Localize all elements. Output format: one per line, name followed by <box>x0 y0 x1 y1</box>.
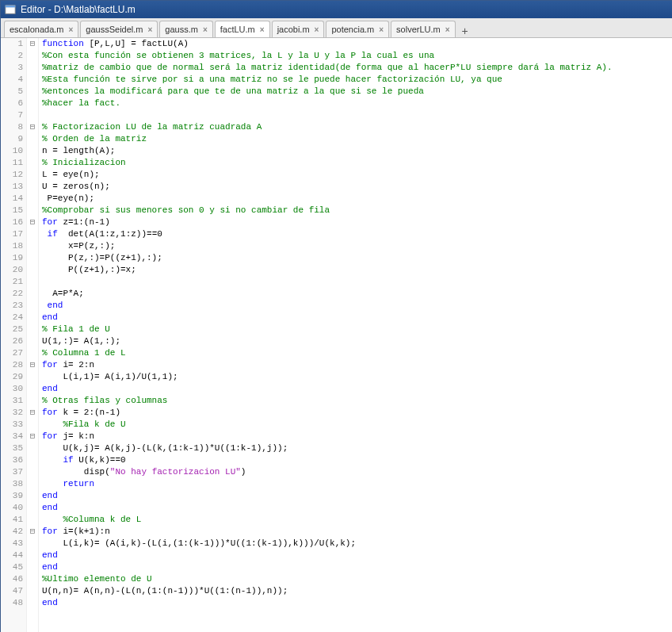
tab-label: solverLU.m <box>396 25 441 34</box>
code-line[interactable]: P(z,:)=P((z+1),:); <box>42 252 672 264</box>
code-line[interactable]: if U(k,k)==0 <box>42 454 672 466</box>
code-line[interactable]: %hacer la fact. <box>42 98 672 109</box>
fold-toggle <box>27 181 38 193</box>
code-line[interactable]: A=P*A; <box>42 288 672 300</box>
tab-potencia-m[interactable]: potencia.m× <box>326 21 389 37</box>
code-line[interactable]: U(k,j)= A(k,j)-(L(k,(1:k-1))*U((1:k-1),j… <box>42 442 672 454</box>
code-line[interactable]: n = length(A); <box>42 145 672 157</box>
code-line[interactable]: end <box>42 490 672 502</box>
code-line[interactable]: %entonces la modificará para que te de u… <box>42 86 672 98</box>
close-tab-icon[interactable]: × <box>315 25 319 34</box>
code-line[interactable]: for i= 2:n <box>42 359 672 371</box>
token-str: "No hay factorizacion LU" <box>110 467 241 477</box>
code-line[interactable]: U(1,:)= A(1,:); <box>42 335 672 347</box>
code-editor[interactable]: 1234567891011121314151617181920212223242… <box>1 38 672 632</box>
tab-gaussSeidel-m[interactable]: gaussSeidel.m× <box>80 21 158 37</box>
tab-bar: escalonada.m×gaussSeidel.m×gauss.m×factL… <box>1 18 672 38</box>
token-kw: if <box>42 455 74 465</box>
line-number: 20 <box>1 264 23 276</box>
line-number: 34 <box>1 431 23 442</box>
code-line[interactable]: U(n,n)= A(n,n)-(L(n,(1:(n-1)))*U((1:(n-1… <box>42 585 672 597</box>
titlebar: Editor - D:\Matlab\factLU.m <box>1 1 672 18</box>
code-line[interactable]: for k = 2:(n-1) <box>42 407 672 419</box>
code-line[interactable]: %Comprobar si sus menores son 0 y si no … <box>42 205 672 216</box>
code-line[interactable]: % Otras filas y columnas <box>42 395 672 407</box>
fold-toggle <box>27 240 38 252</box>
close-tab-icon[interactable]: × <box>260 25 265 34</box>
line-number: 5 <box>1 86 23 98</box>
fold-toggle[interactable]: ⊟ <box>27 216 38 228</box>
code-line[interactable]: end <box>42 597 672 609</box>
code-line[interactable]: end <box>42 561 672 573</box>
fold-toggle <box>27 193 38 205</box>
code-area[interactable]: function [P,L,U] = factLU(A)%Con esta fu… <box>39 38 672 632</box>
line-number: 10 <box>1 145 23 157</box>
code-line[interactable]: x=P(z,:); <box>42 240 672 252</box>
line-number: 11 <box>1 157 23 169</box>
tab-solverLU-m[interactable]: solverLU.m× <box>391 21 455 37</box>
fold-toggle[interactable]: ⊟ <box>27 431 38 442</box>
close-tab-icon[interactable]: × <box>203 25 208 34</box>
fold-gutter[interactable]: ⊟⊟⊟⊟⊟⊟⊟ <box>27 38 39 632</box>
code-line[interactable]: % Columna 1 de L <box>42 347 672 359</box>
tab-escalonada-m[interactable]: escalonada.m× <box>4 21 78 37</box>
code-line[interactable]: disp("No hay factorizacion LU") <box>42 466 672 478</box>
code-line[interactable]: function [P,L,U] = factLU(A) <box>42 38 672 50</box>
code-line[interactable]: L(i,1)= A(i,1)/U(1,1); <box>42 371 672 383</box>
line-number: 46 <box>1 573 23 585</box>
code-line[interactable]: % Orden de la matriz <box>42 133 672 145</box>
code-line[interactable]: for i=(k+1):n <box>42 526 672 538</box>
token-kw: return <box>42 479 94 488</box>
code-line[interactable]: end <box>42 300 672 312</box>
line-number: 25 <box>1 324 23 335</box>
code-line[interactable] <box>42 276 672 288</box>
code-line[interactable]: % Fila 1 de U <box>42 324 672 335</box>
token-cm: % Orden de la matriz <box>42 134 147 144</box>
close-tab-icon[interactable]: × <box>69 25 74 34</box>
code-line[interactable]: end <box>42 550 672 561</box>
tab-factLU-m[interactable]: factLU.m× <box>215 21 270 37</box>
code-line[interactable]: %Fila k de U <box>42 419 672 431</box>
code-line[interactable]: P((z+1),:)=x; <box>42 264 672 276</box>
close-tab-icon[interactable]: × <box>379 25 384 34</box>
code-line[interactable]: return <box>42 478 672 490</box>
fold-toggle <box>27 442 38 454</box>
code-line[interactable]: L = eye(n); <box>42 169 672 181</box>
tab-gauss-m[interactable]: gauss.m× <box>159 21 212 37</box>
tab-jacobi-m[interactable]: jacobi.m× <box>272 21 325 37</box>
code-line[interactable]: P=eye(n); <box>42 193 672 205</box>
fold-toggle[interactable]: ⊟ <box>27 526 38 538</box>
code-line[interactable]: for j= k:n <box>42 431 672 442</box>
fold-toggle <box>27 371 38 383</box>
code-line[interactable]: %Ultimo elemento de U <box>42 573 672 585</box>
code-line[interactable]: %Columna k de L <box>42 514 672 526</box>
fold-toggle[interactable]: ⊟ <box>27 121 38 133</box>
code-line[interactable]: for z=1:(n-1) <box>42 216 672 228</box>
code-line[interactable]: end <box>42 502 672 514</box>
code-line[interactable]: U = zeros(n); <box>42 181 672 193</box>
fold-toggle[interactable]: ⊟ <box>27 38 38 50</box>
token-cm: %Con esta función se obtienen 3 matrices… <box>42 51 434 60</box>
code-line[interactable]: if det(A(1:z,1:z))==0 <box>42 228 672 240</box>
fold-toggle[interactable]: ⊟ <box>27 359 38 371</box>
code-line[interactable]: % Inicializacion <box>42 157 672 169</box>
close-tab-icon[interactable]: × <box>148 25 153 34</box>
code-line[interactable]: end <box>42 312 672 324</box>
code-line[interactable]: %Esta función te sirve por si a una matr… <box>42 74 672 86</box>
token-kw: for <box>42 431 58 441</box>
code-line[interactable]: end <box>42 383 672 395</box>
line-number: 14 <box>1 193 23 205</box>
code-line[interactable]: L(i,k)= (A(i,k)-(L(i,(1:(k-1)))*U((1:(k-… <box>42 538 672 550</box>
close-tab-icon[interactable]: × <box>445 25 450 34</box>
token-cm: %Comprobar si sus menores son 0 y si no … <box>42 205 330 215</box>
line-number-gutter: 1234567891011121314151617181920212223242… <box>1 38 27 632</box>
token-kw: if <box>42 229 58 239</box>
code-line[interactable] <box>42 109 672 121</box>
line-number: 16 <box>1 216 23 228</box>
line-number: 12 <box>1 169 23 181</box>
code-line[interactable]: %matriz de cambio que de normal será la … <box>42 62 672 74</box>
code-line[interactable]: % Factorizacion LU de la matriz cuadrada… <box>42 121 672 133</box>
new-tab-button[interactable]: + <box>457 25 473 37</box>
fold-toggle[interactable]: ⊟ <box>27 407 38 419</box>
code-line[interactable]: %Con esta función se obtienen 3 matrices… <box>42 50 672 62</box>
